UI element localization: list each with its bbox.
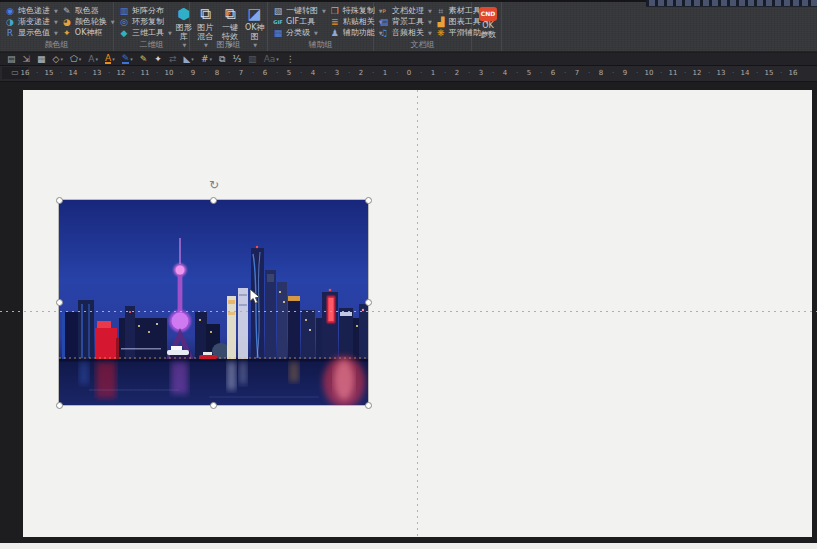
selection-handle-bottomright[interactable]: [365, 402, 372, 409]
swap-arrows-icon-glyph: ⇄: [169, 54, 177, 65]
ruler-tick: ·: [179, 69, 183, 77]
more-icon[interactable]: ⋮: [286, 54, 295, 65]
group-label: 文档组: [374, 39, 471, 50]
clipboard-icon[interactable]: ▥: [248, 54, 257, 65]
dropdown-arrow-icon: ▼: [322, 8, 326, 14]
layers-icon: ⧉: [197, 5, 213, 23]
ribbon-bigbutton-一键特效[interactable]: ⧉fx一键特效▼: [220, 5, 241, 38]
highlight-color-icon[interactable]: A▾: [105, 54, 115, 65]
ruler-label: 10: [643, 69, 655, 77]
ruler-tick: ·: [779, 69, 783, 77]
ribbon-button-纯色递进[interactable]: ◉纯色递进▼: [5, 5, 58, 16]
slide-image[interactable]: [59, 200, 368, 405]
image-icon[interactable]: ▦: [37, 54, 46, 65]
ribbon-button-三维工具[interactable]: ◆三维工具▼: [119, 27, 172, 38]
ribbon-button-OK神框[interactable]: ✦OK神框: [62, 27, 115, 38]
ruler-label: 15: [43, 69, 55, 77]
button-label: GIF工具: [286, 16, 315, 27]
ribbon-toolbar: ◉纯色递进▼◑渐变递进▼R显示色值▼✎取色器◕颜色轮换▼✦OK神框颜色组▥矩阵分…: [0, 0, 817, 52]
shape-alt-icon[interactable]: ⬠▾: [70, 54, 81, 65]
ruler-label: 13: [91, 69, 103, 77]
button-label: 三维工具: [132, 27, 164, 38]
dropdown-arrow-icon: ▾: [61, 54, 64, 65]
ribbon-bigbutton-图片混合[interactable]: ⧉图片混合▼: [195, 5, 216, 38]
horizontal-guide[interactable]: [0, 311, 817, 312]
ring-blue-icon: ◎: [119, 17, 129, 27]
ruler-tick: ·: [419, 69, 423, 77]
ruler-label: 15: [763, 69, 775, 77]
insert-icon-glyph: ⇲: [23, 54, 31, 65]
ruler-tick: ·: [227, 69, 231, 77]
ruler-tick: ·: [83, 69, 87, 77]
ruler-label: 13: [715, 69, 727, 77]
ribbon-button-矩阵分布[interactable]: ▥矩阵分布: [119, 5, 172, 16]
ribbon-group-文档组: P文档处理▼▤背景工具▼♫音频相关▼⌗素材工具▼▟图表工具▼❋平滑辅助▼文档组: [374, 2, 472, 51]
dropdown-arrow-icon: ▼: [168, 30, 172, 36]
insert-icon[interactable]: ⇲: [23, 54, 31, 65]
eyedropper-icon: ✎: [62, 6, 72, 16]
ribbon-button-背景工具[interactable]: ▤背景工具▼: [379, 16, 432, 27]
ribbon-button-GIF工具[interactable]: GIFGIF工具: [273, 16, 326, 27]
quick-access-toolbar: ▤⇲▦◇▾⬠▾A▾A▾✎▾✎✦⇄◣▾#▾⧉⅓▥Aa▾⋮: [0, 53, 817, 66]
ribbon-button-显示色值[interactable]: R显示色值▼: [5, 27, 58, 38]
font-case-icon[interactable]: Aa▾: [264, 54, 279, 65]
line-color-icon[interactable]: ✎▾: [122, 54, 133, 65]
swap-arrows-icon[interactable]: ⇄: [169, 54, 177, 65]
vertical-guide[interactable]: [417, 90, 418, 537]
ruler-tick: ·: [107, 69, 111, 77]
selection-handle-bottomleft[interactable]: [56, 402, 63, 409]
ruler-tick: ·: [275, 69, 279, 77]
star-orange-icon: ✦: [62, 28, 72, 38]
cube-teal-icon: ◆: [119, 28, 129, 38]
paste-icon[interactable]: ▤: [7, 54, 16, 65]
ruler-tick: ·: [515, 69, 519, 77]
selection-handle-bottom[interactable]: [210, 402, 217, 409]
ribbon-group-图形组: ⧉图片混合▼⧉fx一键特效▼◪OK神图▼图形组: [190, 2, 268, 51]
ratio-icon[interactable]: ⅓: [232, 54, 241, 65]
ruler-label: 5: [523, 69, 535, 77]
ribbon-bigbutton-OK神图[interactable]: ◪OK神图▼: [244, 5, 265, 38]
shape-icon[interactable]: ◇▾: [53, 54, 63, 65]
ribbon-button-环形复制[interactable]: ◎环形复制: [119, 16, 172, 27]
selection-handle-right[interactable]: [365, 299, 372, 306]
number-icon[interactable]: #▾: [201, 54, 212, 65]
brush-icon[interactable]: ✦: [154, 54, 162, 65]
ribbon-button-分类级[interactable]: ▦分类级▼: [273, 27, 326, 38]
ruler-label: 9: [619, 69, 631, 77]
selection-handle-topleft[interactable]: [56, 197, 63, 204]
gradient-icon-glyph: ◣: [183, 54, 190, 65]
ribbon-bigbutton-OK参数[interactable]: CNDOK 参数: [477, 5, 499, 38]
ribbon-button-一键转图[interactable]: ▧一键转图▼: [273, 5, 326, 16]
button-label: 环形复制: [132, 16, 164, 27]
gradient-icon[interactable]: ◣▾: [183, 54, 193, 65]
ruler-tick: ·: [563, 69, 567, 77]
ribbon-button-取色器[interactable]: ✎取色器: [62, 5, 115, 16]
dropdown-arrow-icon: ▼: [54, 30, 58, 36]
fx-label: fx: [225, 10, 231, 16]
ribbon-button-颜色轮换[interactable]: ◕颜色轮换▼: [62, 16, 115, 27]
partial-titlebar: [646, 0, 817, 7]
ruler-label: 11: [667, 69, 679, 77]
gif-icon: GIF: [273, 17, 283, 27]
rotation-handle-icon[interactable]: ↻: [207, 178, 221, 192]
font-color-icon[interactable]: A▾: [88, 54, 98, 65]
number-icon-glyph: #: [201, 54, 209, 65]
ruler-tick: ·: [731, 69, 735, 77]
crop-icon[interactable]: ⧉: [219, 54, 225, 65]
ruler-tick: ·: [347, 69, 351, 77]
ribbon-button-文档处理[interactable]: P文档处理▼: [379, 5, 432, 16]
ribbon-button-音频相关[interactable]: ♫音频相关▼: [379, 27, 432, 38]
ruler-label: 4: [307, 69, 319, 77]
ribbon-button-渐变递进[interactable]: ◑渐变递进▼: [5, 16, 58, 27]
ruler-label: 16: [787, 69, 799, 77]
swatch-teal-icon: ◑: [5, 17, 15, 27]
letter-R-icon: R: [5, 28, 15, 38]
ruler-label: 2: [355, 69, 367, 77]
selection-handle-top[interactable]: [210, 197, 217, 204]
selection-handle-topright[interactable]: [365, 197, 372, 204]
ink-pen-icon[interactable]: ✎: [140, 54, 148, 65]
selection-handle-left[interactable]: [56, 299, 63, 306]
ruler-label: 3: [331, 69, 343, 77]
ruler-tick: ·: [443, 69, 447, 77]
app-window: ◉纯色递进▼◑渐变递进▼R显示色值▼✎取色器◕颜色轮换▼✦OK神框颜色组▥矩阵分…: [0, 0, 817, 549]
